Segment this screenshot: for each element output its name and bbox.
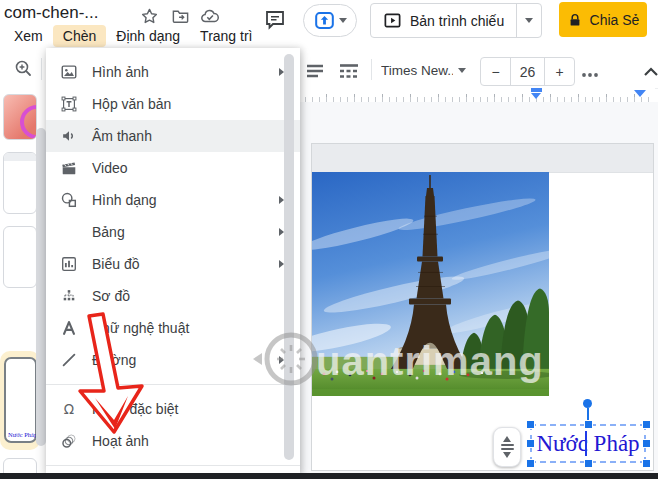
widget-line xyxy=(501,444,514,446)
left-indent-marker[interactable] xyxy=(531,93,541,99)
font-size-value[interactable]: 26 xyxy=(510,58,545,85)
shapes-icon xyxy=(60,191,78,209)
document-title[interactable]: com-chen-... xyxy=(4,3,98,23)
menu-divider xyxy=(46,465,300,466)
insert-menu-item-4[interactable]: Hình dạng xyxy=(46,184,300,216)
menubar-item-xem[interactable]: Xem xyxy=(4,25,53,47)
eiffel-tower-photo[interactable] xyxy=(312,172,549,396)
svg-text:Ω: Ω xyxy=(64,401,74,417)
insert-menu-item-5[interactable]: Bảng xyxy=(46,216,300,248)
menubar-item-chen[interactable]: Chèn xyxy=(53,25,106,47)
widget-line xyxy=(501,448,514,450)
toolbar-divider xyxy=(41,58,42,80)
insert-menu-item-2[interactable]: Âm thanh xyxy=(46,120,300,152)
font-family-select[interactable]: Times New... xyxy=(381,63,453,78)
insert-menu-dropdown: Hình ảnhHộp văn bảnÂm thanhVideoHình dạn… xyxy=(46,48,300,474)
menu-scrollbar[interactable] xyxy=(284,54,294,460)
no-icon xyxy=(60,223,78,241)
chevron-down-icon xyxy=(339,18,347,23)
insert-menu-item-7[interactable]: Sơ đồ xyxy=(46,280,300,312)
comment-icon[interactable] xyxy=(262,7,287,32)
insert-menu-item-6[interactable]: Biểu đồ xyxy=(46,248,300,280)
wordart-icon xyxy=(60,319,78,337)
insert-menu-item-0[interactable]: Hình ảnh xyxy=(46,56,300,88)
thumbnail-content xyxy=(4,153,36,161)
insert-menu-item-1[interactable]: Hộp văn bản xyxy=(46,88,300,120)
window-bottom-edge xyxy=(0,473,658,479)
resize-handle-w[interactable] xyxy=(527,440,534,447)
present-split-button[interactable] xyxy=(303,4,357,37)
slide-canvas[interactable]: Nước Pháp xyxy=(311,143,654,471)
zoom-icon[interactable] xyxy=(13,58,33,78)
insert-menu-item-8[interactable]: Chữ nghệ thuật xyxy=(46,312,300,344)
slide-thumbnail-1[interactable] xyxy=(3,94,37,140)
move-to-folder-icon[interactable] xyxy=(170,6,190,26)
insert-menu-item-9[interactable]: Đường xyxy=(46,344,300,376)
insert-menu-item-3[interactable]: Video xyxy=(46,152,300,184)
font-size-increase-button[interactable]: + xyxy=(545,58,574,85)
resize-handle-ne[interactable] xyxy=(643,421,650,428)
rotation-handle[interactable] xyxy=(583,399,592,408)
textbox-drag-widget[interactable] xyxy=(493,427,521,467)
resize-handle-sw[interactable] xyxy=(527,460,534,467)
slide-thumbnail-4-selected[interactable]: Nước Pháp xyxy=(4,357,37,443)
slideshow-button[interactable]: Bản trình chiếu xyxy=(370,3,542,38)
resize-handle-nw[interactable] xyxy=(527,421,534,428)
menubar: Xem Chèn Định dạng Trang trì xyxy=(4,25,262,47)
toolbar-divider xyxy=(371,59,372,80)
resize-handle-n[interactable] xyxy=(585,421,592,428)
font-size-decrease-button[interactable]: − xyxy=(481,58,510,85)
slideshow-icon xyxy=(383,11,402,30)
more-options-icon[interactable] xyxy=(580,65,600,85)
present-icon xyxy=(314,10,335,31)
star-icon[interactable] xyxy=(139,6,159,26)
slide-top-strip xyxy=(312,144,653,173)
slideshow-dropdown[interactable] xyxy=(516,4,541,37)
menubar-item-dinh-dang[interactable]: Định dạng xyxy=(106,25,190,47)
video-icon xyxy=(60,159,78,177)
font-size-control: − 26 + xyxy=(480,57,575,86)
cloud-saved-icon[interactable] xyxy=(200,6,220,26)
align-icon[interactable] xyxy=(305,61,325,81)
lock-icon xyxy=(567,12,583,28)
resize-handle-se[interactable] xyxy=(643,460,650,467)
audio-icon xyxy=(60,127,78,145)
insert-menu-item-11[interactable]: ΩKý tự đặc biệt xyxy=(46,393,300,425)
text-cursor xyxy=(585,431,587,456)
line-spacing-icon[interactable] xyxy=(337,61,361,81)
image-icon xyxy=(60,63,78,81)
thumbnail-logo-ring xyxy=(20,105,37,139)
thumbnail-caption: Nước Pháp xyxy=(8,431,37,438)
animation-icon xyxy=(60,432,78,450)
menubar-item-trang-tri[interactable]: Trang trì xyxy=(190,25,262,47)
right-indent-marker[interactable] xyxy=(634,90,646,97)
arrow-down-icon xyxy=(503,452,511,458)
textbox-icon xyxy=(60,95,78,113)
slide-thumbnail-3[interactable] xyxy=(3,226,37,288)
collapse-menus-icon[interactable] xyxy=(641,61,658,81)
slideshow-button-label: Bản trình chiếu xyxy=(410,13,504,29)
chevron-down-icon xyxy=(525,18,533,23)
omega-icon: Ω xyxy=(60,400,78,418)
diagram-icon xyxy=(60,287,78,305)
slide-textbox[interactable]: Nước Pháp xyxy=(530,424,646,463)
rotation-handle-line xyxy=(587,408,589,421)
filmstrip-scrollbar[interactable] xyxy=(36,128,46,446)
share-button-label: Chia Sẻ xyxy=(590,12,640,28)
slide-thumbnail-2[interactable] xyxy=(3,152,37,214)
resize-handle-e[interactable] xyxy=(643,440,650,447)
chevron-down-icon[interactable] xyxy=(458,68,466,73)
line-icon xyxy=(60,351,78,369)
insert-menu-item-12[interactable]: Hoạt ảnh xyxy=(46,425,300,457)
chart-icon xyxy=(60,255,78,273)
google-slides-window: com-chen-... Xem Chèn Định dạng Trang tr… xyxy=(0,0,658,479)
share-button[interactable]: Chia Sẻ xyxy=(559,2,647,37)
resize-handle-s[interactable] xyxy=(585,460,592,467)
menu-divider xyxy=(46,384,300,385)
arrow-up-icon xyxy=(503,436,511,442)
